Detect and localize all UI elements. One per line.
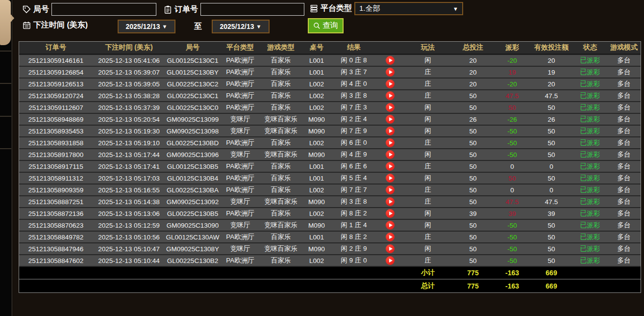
cell-status: 已派彩 bbox=[573, 68, 607, 77]
replay-play-icon[interactable] bbox=[386, 256, 395, 265]
cell-time: 2025-12-13 05:16:55 bbox=[93, 186, 165, 194]
cell-status: 已派彩 bbox=[573, 79, 607, 88]
cell-play: 庄 bbox=[404, 197, 451, 206]
bet-time-filter: 下注时间 (美东) bbox=[23, 20, 88, 30]
round-label: 局号 bbox=[33, 4, 49, 15]
cell-bet: 50 bbox=[451, 234, 495, 241]
cell-table: L001 bbox=[301, 69, 332, 76]
platform-select[interactable]: 1.全部 ▼ bbox=[354, 2, 463, 15]
date-to-select[interactable]: 2025/12/13 ▼ bbox=[212, 20, 270, 33]
cell-status: 已派彩 bbox=[573, 162, 607, 171]
query-button-label: 查询 bbox=[322, 21, 338, 31]
cell-play: 庄 bbox=[404, 79, 451, 88]
replay-play-icon[interactable] bbox=[386, 115, 395, 124]
subtotal-payout: -163 bbox=[495, 269, 530, 277]
cell-payout: 0 bbox=[495, 186, 530, 194]
cell-replay bbox=[376, 185, 404, 194]
replay-play-icon[interactable] bbox=[386, 56, 395, 65]
cell-result: 闲 7 庄 3 bbox=[332, 103, 376, 112]
cell-time: 2025-12-13 05:39:05 bbox=[93, 80, 165, 88]
play-triangle bbox=[389, 164, 393, 168]
play-triangle bbox=[389, 223, 393, 227]
replay-play-icon[interactable] bbox=[386, 127, 395, 135]
rail-separator bbox=[0, 116, 11, 117]
cell-status: 已派彩 bbox=[573, 56, 607, 65]
cell-order: 251213059120724 bbox=[19, 92, 93, 100]
cell-round: GM09025C1308Y bbox=[165, 245, 220, 253]
cell-table: L002 bbox=[301, 186, 332, 194]
cell-valid: 50 bbox=[530, 222, 573, 229]
cell-play: 闲 bbox=[404, 209, 451, 218]
replay-play-icon[interactable] bbox=[386, 185, 395, 194]
chevron-down-icon: ▼ bbox=[162, 24, 168, 29]
round-input[interactable] bbox=[51, 3, 156, 16]
replay-play-icon[interactable] bbox=[386, 91, 395, 100]
cell-game: 百家乐 bbox=[260, 185, 301, 194]
cell-result: 闲 2 庄 4 bbox=[332, 115, 376, 124]
rail-separator bbox=[0, 51, 11, 52]
cell-platform: PA欧洲厅 bbox=[220, 209, 260, 218]
replay-play-icon[interactable] bbox=[386, 221, 395, 230]
cell-status: 已派彩 bbox=[573, 244, 607, 253]
table-row: 2512130588497822025-12-13 05:10:56GL0012… bbox=[19, 232, 641, 243]
cell-valid: 19 bbox=[530, 69, 573, 76]
platform-selected-value: 1.全部 bbox=[359, 4, 380, 13]
cell-table: L002 bbox=[301, 210, 332, 217]
query-button[interactable]: 查询 bbox=[308, 18, 344, 33]
replay-play-icon[interactable] bbox=[386, 233, 395, 241]
cell-replay bbox=[376, 127, 404, 135]
cell-result: 闲 5 庄 4 bbox=[332, 174, 376, 183]
replay-play-icon[interactable] bbox=[386, 103, 395, 112]
cell-replay bbox=[376, 91, 404, 100]
cell-payout: -50 bbox=[495, 234, 530, 241]
cell-mode: 多台 bbox=[607, 162, 641, 171]
table-row: 2512130591265132025-12-13 05:39:05GL0022… bbox=[19, 79, 641, 90]
replay-play-icon[interactable] bbox=[386, 197, 395, 206]
cell-replay bbox=[376, 162, 404, 171]
cell-platform: PA欧洲厅 bbox=[220, 56, 260, 65]
cell-status: 已派彩 bbox=[573, 209, 607, 218]
cell-status: 已派彩 bbox=[573, 91, 607, 100]
left-rail bbox=[0, 0, 13, 316]
cell-order: 251213058849782 bbox=[19, 234, 93, 241]
replay-play-icon[interactable] bbox=[386, 150, 395, 159]
cell-time: 2025-12-13 05:10:47 bbox=[93, 245, 165, 253]
cell-game: 竞咪百家乐 bbox=[260, 127, 301, 135]
cell-payout: 47.5 bbox=[495, 92, 530, 100]
replay-play-icon[interactable] bbox=[386, 68, 395, 77]
date-from-select[interactable]: 2025/12/13 ▼ bbox=[118, 20, 175, 33]
side-panel-tab[interactable] bbox=[0, 0, 11, 45]
cell-bet: 20 bbox=[451, 69, 495, 76]
play-triangle bbox=[389, 188, 393, 192]
cell-platform: PA欧洲厅 bbox=[220, 103, 260, 112]
replay-play-icon[interactable] bbox=[386, 174, 395, 183]
cell-valid: 0 bbox=[530, 163, 573, 170]
cell-status: 已派彩 bbox=[573, 185, 607, 194]
play-triangle bbox=[389, 117, 393, 121]
replay-play-icon[interactable] bbox=[386, 138, 395, 147]
cell-table: L001 bbox=[301, 57, 332, 64]
cell-game: 百家乐 bbox=[260, 162, 301, 171]
cell-platform: PA欧洲厅 bbox=[220, 185, 260, 194]
cell-bet: 50 bbox=[451, 175, 495, 182]
cell-play: 庄 bbox=[404, 256, 451, 265]
replay-play-icon[interactable] bbox=[386, 79, 395, 88]
cell-replay bbox=[376, 115, 404, 124]
cell-bet: 50 bbox=[451, 245, 495, 253]
cell-play: 庄 bbox=[404, 162, 451, 171]
replay-play-icon[interactable] bbox=[386, 162, 395, 171]
cell-status: 已派彩 bbox=[573, 115, 607, 124]
cell-round: GM09025C13096 bbox=[165, 151, 220, 158]
order-input[interactable] bbox=[200, 3, 304, 16]
replay-play-icon[interactable] bbox=[386, 209, 395, 218]
cell-payout: -50 bbox=[495, 139, 530, 147]
column-header: 派彩 bbox=[495, 43, 530, 52]
calendar-icon bbox=[23, 21, 31, 29]
cell-bet: 50 bbox=[451, 198, 495, 206]
cell-round: GL00125C130BY bbox=[165, 69, 220, 76]
cell-table: M090 bbox=[301, 198, 332, 206]
cell-order: 251213058911312 bbox=[19, 175, 93, 182]
cell-table: L001 bbox=[301, 234, 332, 241]
subtotal-label: 小计 bbox=[404, 268, 451, 277]
replay-play-icon[interactable] bbox=[386, 244, 395, 253]
